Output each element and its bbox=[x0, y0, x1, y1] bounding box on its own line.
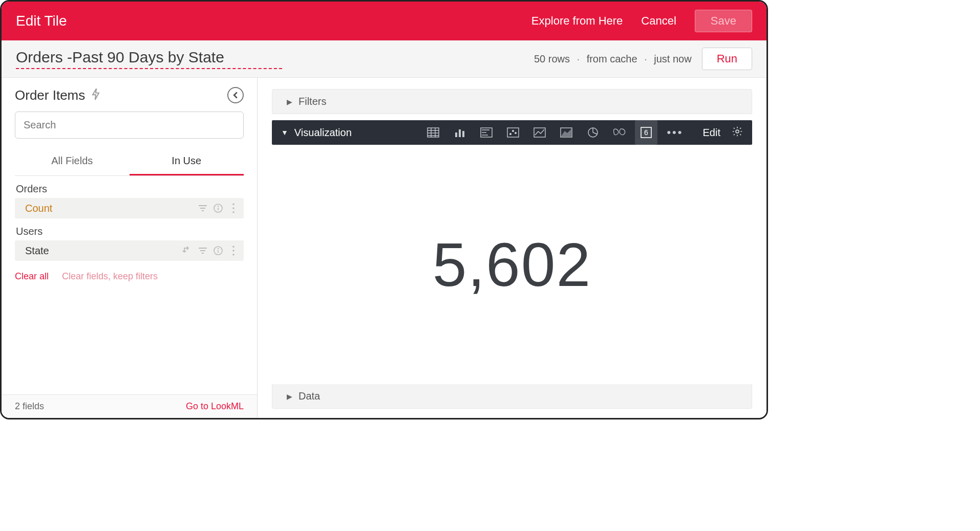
svg-point-41 bbox=[736, 130, 739, 133]
viz-type-map-icon[interactable] bbox=[608, 120, 631, 145]
top-bar: Edit Tile Explore from Here Cancel Save bbox=[2, 2, 766, 40]
single-value: 5,602 bbox=[433, 229, 591, 300]
filters-panel-header[interactable]: ▶ Filters bbox=[272, 89, 752, 114]
data-label: Data bbox=[299, 390, 320, 402]
run-button[interactable]: Run bbox=[702, 48, 752, 70]
field-picker: Order Items All Fields In Use Orders Cou… bbox=[2, 78, 258, 418]
tile-name-input[interactable]: Orders -Past 90 Days by State bbox=[16, 49, 282, 69]
visualization-bar: ▼ Visualization bbox=[272, 120, 752, 145]
viz-type-more-icon[interactable]: ••• bbox=[662, 126, 688, 139]
svg-marker-37 bbox=[562, 130, 571, 136]
svg-point-33 bbox=[513, 130, 514, 132]
field-group-label: Users bbox=[16, 226, 244, 237]
svg-point-15 bbox=[232, 246, 235, 248]
field-count: 2 fields bbox=[15, 401, 44, 412]
viz-settings-icon[interactable] bbox=[732, 126, 743, 139]
svg-rect-26 bbox=[462, 131, 464, 137]
clear-fields-keep-filters-link[interactable]: Clear fields, keep filters bbox=[62, 271, 158, 282]
field-search-input[interactable] bbox=[15, 112, 244, 139]
cancel-button[interactable]: Cancel bbox=[641, 14, 676, 28]
filter-icon[interactable] bbox=[196, 244, 210, 258]
caret-right-icon: ▶ bbox=[287, 392, 292, 401]
viz-type-bar-icon[interactable] bbox=[475, 120, 498, 145]
svg-point-34 bbox=[515, 132, 517, 134]
more-icon[interactable] bbox=[226, 244, 241, 258]
visualization-label[interactable]: Visualization bbox=[294, 127, 352, 139]
go-to-lookml-link[interactable]: Go to LookML bbox=[186, 401, 244, 412]
svg-rect-24 bbox=[455, 132, 457, 137]
viz-type-area-icon[interactable] bbox=[555, 120, 578, 145]
svg-point-32 bbox=[510, 134, 512, 135]
query-status: 50 rows · from cache · just now bbox=[534, 53, 692, 65]
viz-type-single-value-icon[interactable]: 6 bbox=[635, 120, 657, 145]
page-title: Edit Tile bbox=[16, 13, 67, 29]
tab-in-use[interactable]: In Use bbox=[130, 150, 244, 175]
svg-point-6 bbox=[232, 203, 235, 205]
row-count: 50 rows bbox=[534, 53, 570, 64]
viz-type-column-icon[interactable] bbox=[449, 120, 471, 145]
viz-edit-button[interactable]: Edit bbox=[703, 127, 720, 139]
svg-point-7 bbox=[232, 207, 235, 209]
explore-from-here-link[interactable]: Explore from Here bbox=[531, 14, 623, 28]
quick-start-icon[interactable] bbox=[91, 88, 100, 102]
caret-down-icon: ▼ bbox=[281, 128, 288, 137]
cache-status: from cache bbox=[587, 53, 637, 64]
viz-type-pie-icon[interactable] bbox=[582, 120, 604, 145]
info-icon[interactable] bbox=[211, 201, 225, 215]
viz-type-scatter-icon[interactable] bbox=[502, 120, 524, 145]
svg-rect-25 bbox=[459, 129, 461, 137]
svg-point-8 bbox=[232, 211, 235, 213]
visualization-canvas: 5,602 bbox=[272, 145, 752, 384]
svg-point-14 bbox=[218, 249, 219, 249]
field-name: State bbox=[25, 245, 179, 257]
field-group-label: Orders bbox=[16, 183, 244, 195]
svg-rect-31 bbox=[507, 128, 519, 137]
sidebar-footer: 2 fields Go to LookML bbox=[2, 394, 257, 418]
tile-header: Orders -Past 90 Days by State 50 rows · … bbox=[2, 40, 766, 78]
collapse-sidebar-button[interactable] bbox=[227, 87, 244, 103]
field-row[interactable]: Count bbox=[15, 198, 244, 218]
pivot-icon[interactable] bbox=[180, 244, 195, 258]
svg-point-5 bbox=[218, 206, 219, 207]
viz-type-line-icon[interactable] bbox=[528, 120, 551, 145]
caret-right-icon: ▶ bbox=[287, 98, 292, 106]
viz-type-table-icon[interactable] bbox=[422, 120, 444, 145]
tile-editor: Edit Tile Explore from Here Cancel Save … bbox=[0, 0, 768, 419]
save-button[interactable]: Save bbox=[695, 10, 752, 32]
tab-all-fields[interactable]: All Fields bbox=[15, 150, 130, 175]
info-icon[interactable] bbox=[211, 244, 225, 258]
more-icon[interactable] bbox=[226, 201, 241, 215]
field-row[interactable]: State bbox=[15, 240, 244, 261]
filters-label: Filters bbox=[299, 96, 326, 107]
clear-all-link[interactable]: Clear all bbox=[15, 271, 49, 282]
svg-point-16 bbox=[232, 250, 235, 252]
field-name: Count bbox=[25, 203, 195, 214]
time-status: just now bbox=[654, 53, 691, 64]
data-panel-header[interactable]: ▶ Data bbox=[272, 384, 752, 409]
explore-name: Order Items bbox=[15, 87, 85, 103]
filter-icon[interactable] bbox=[196, 201, 210, 215]
svg-text:6: 6 bbox=[645, 128, 649, 137]
svg-point-17 bbox=[232, 254, 235, 256]
